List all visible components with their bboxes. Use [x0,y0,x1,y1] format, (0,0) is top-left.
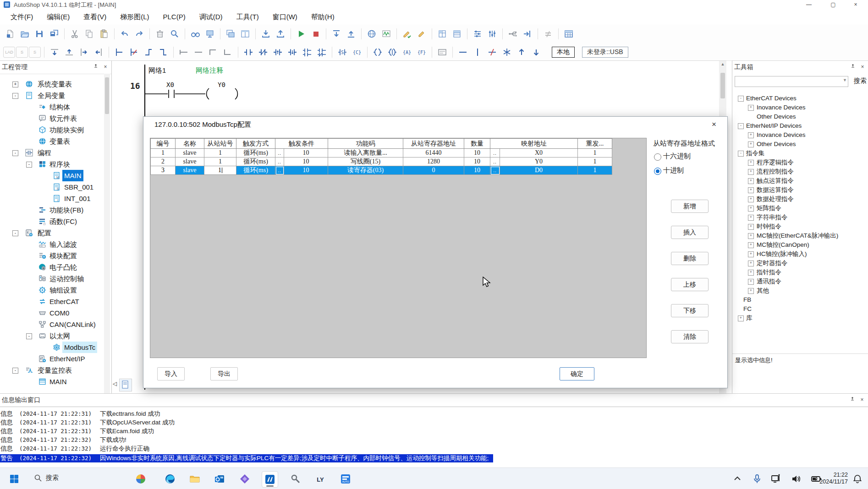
cell[interactable]: .. [275,158,284,166]
collapse-icon[interactable]: - [26,333,32,339]
clear-button[interactable]: 清除 [671,330,709,343]
taskbar-app-outlook[interactable] [212,471,227,487]
tree-item-doc-m[interactable]: MMAIN [0,170,104,181]
cut-icon[interactable] [68,27,82,41]
tree-item-ethernetip[interactable]: EtherNet/IP [0,353,104,364]
toolbox-item[interactable]: +库 [732,314,868,323]
tree-item-module[interactable]: 模块配置 [0,250,104,261]
col-header[interactable]: 编号 [151,139,176,149]
col-header[interactable]: 从站寄存器地址 [403,139,464,149]
tree-item-fb[interactable]: 功能块(FB) [0,204,104,216]
tree-item-doc-s[interactable]: SSBR_001 [0,181,104,193]
toolbox-item[interactable]: +触点运算指令 [732,176,868,185]
start-button[interactable] [6,471,22,487]
tree-item-device-table[interactable]: 软元件表 [0,113,104,124]
register-format-radio-1[interactable] [654,168,661,175]
insert-button[interactable]: 插入 [671,226,709,239]
toolbox-item[interactable]: +Inovance Devices [732,130,868,140]
contact-falling-icon[interactable] [286,45,299,59]
tree-item-globe[interactable]: +系统变量表 [0,78,104,90]
a-block-icon[interactable]: {A} [400,45,414,59]
expand-icon[interactable]: + [12,82,18,87]
write-verify-icon[interactable] [400,27,414,41]
output-message-row[interactable]: 信息(2024-11-17 21:22:31)下载ecttrans.foid 成… [0,410,868,418]
menu-ladder[interactable]: 梯形图(L) [113,9,156,24]
collapse-icon[interactable]: - [26,162,32,168]
collapse-icon[interactable]: - [12,368,18,374]
toolbox-item[interactable]: +其他 [732,286,868,295]
tree-item-watch[interactable]: -变量监控表 [0,364,104,376]
taskbar-app-edge[interactable] [162,471,178,487]
tree-item-watch-main[interactable]: MAIN [0,376,104,387]
coil-inverse-icon[interactable] [385,45,399,59]
expand-icon[interactable]: + [748,206,754,212]
tree-item-com[interactable]: COM0 [0,307,104,319]
cell[interactable]: Y0 [500,158,578,166]
menu-help[interactable]: 帮助(H) [304,9,341,24]
tree-item-fc[interactable]: ()函数(FC) [0,216,104,227]
tree-item-globe[interactable]: 变量表 [0,136,104,147]
monitor-watch-icon[interactable] [188,27,202,41]
corner-up-icon[interactable] [206,45,220,59]
c-block-icon[interactable]: {C} [350,45,364,59]
crossref-1-icon[interactable] [435,27,449,41]
cell[interactable]: .. [490,158,500,166]
speaker-icon[interactable] [789,471,803,487]
edit-mode-icon[interactable] [415,27,429,41]
add-button[interactable]: 新增 [671,200,709,213]
tree-item-axis[interactable]: 运动控制轴 [0,273,104,284]
taskbar-app-config-tool[interactable] [288,471,303,487]
delete-line-icon[interactable] [485,45,499,59]
pin-icon[interactable] [93,64,99,70]
taskbar-app-file-explorer[interactable] [187,471,203,487]
cell[interactable]: 1 [578,149,612,158]
expand-icon[interactable]: + [748,160,754,166]
table-row[interactable]: 2slave1循环(ms)..10写线圈(15)128010..Y01 [151,158,612,166]
toolbox-item[interactable]: -EtherNet/IP Devices [732,121,868,130]
tree-item-doc-list[interactable]: -全局变量 [0,90,104,101]
filter-1-icon[interactable] [471,27,484,41]
tray-chevron-icon[interactable] [731,471,744,487]
toolbox-item[interactable]: +Other Devices [732,140,868,149]
cell[interactable]: X0 [500,149,578,158]
toolbox-item[interactable]: -EtherCAT Devices [732,94,868,103]
expand-icon[interactable]: + [748,242,754,248]
maximize-icon[interactable]: ▢ [825,0,841,9]
toolbox-pin-icon[interactable] [850,64,857,70]
cell[interactable]: 0 [403,166,464,175]
hline-mid-icon[interactable] [192,45,205,59]
modbus-table-area[interactable]: 编号名称从站站号触发方式触发条件功能码从站寄存器地址数量映射地址重发...1sl… [150,138,647,358]
microphone-icon[interactable] [750,471,764,487]
cell[interactable]: .. [275,166,284,175]
expand-icon[interactable]: + [748,178,754,184]
cell[interactable]: .. [490,166,500,175]
upload-program-icon[interactable] [274,27,287,41]
redo-icon[interactable] [132,27,146,41]
insert-row-icon[interactable] [48,45,61,59]
output-warning-row[interactable]: 警告(2024-11-17 21:22:32)因Windows非实时系统原因,离… [0,454,493,462]
toolbox-item[interactable]: FB [732,295,868,304]
parallel-closed-icon[interactable] [315,45,329,59]
taskbar-app-autoshop[interactable] [262,471,278,488]
delete-button[interactable]: 删除 [671,252,709,265]
paste-icon[interactable] [97,27,111,41]
table-view-icon[interactable] [562,27,576,41]
usb-device-icon[interactable] [506,27,520,41]
toolbox-close-icon[interactable]: × [859,64,866,70]
toolbox-item[interactable]: +MC轴控(EtherCAT&脉冲输出) [732,231,868,240]
menu-window[interactable]: 窗口(W) [266,9,304,24]
contact-rising-icon[interactable] [271,45,285,59]
expand-icon[interactable]: + [748,288,754,294]
cell[interactable]: .. [490,149,500,158]
toolbox-item[interactable]: +指针指令 [732,268,868,277]
collapse-icon[interactable]: - [12,150,18,156]
tree-item-struct[interactable]: 结构体 [0,101,104,113]
minimize-icon[interactable]: — [801,0,817,9]
cell[interactable]: 10 [464,149,490,158]
join-up-icon[interactable] [142,45,155,59]
col-header[interactable]: 映射地址 [490,139,578,149]
move-down-button[interactable]: 下移 [671,304,709,317]
expand-icon[interactable]: + [748,187,754,193]
undo-icon[interactable] [118,27,132,41]
expand-icon[interactable]: + [748,270,754,276]
